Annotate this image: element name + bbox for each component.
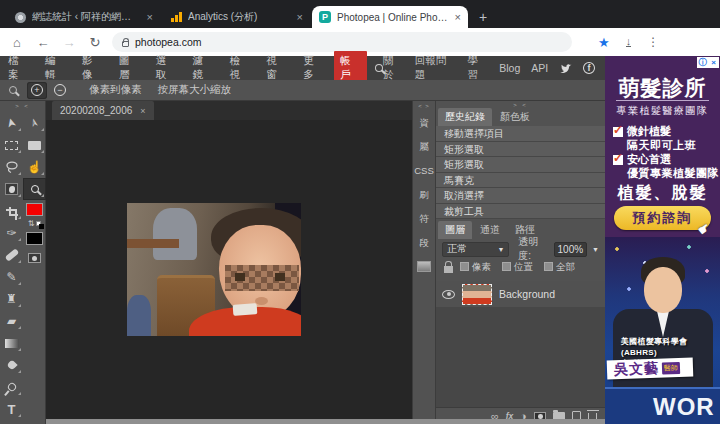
panel-tab-brush[interactable]: 刷 — [413, 183, 435, 207]
checkbox-icon[interactable] — [460, 262, 469, 271]
strip-expand-icon[interactable]: < > — [413, 101, 435, 111]
blur-tool[interactable] — [0, 354, 23, 376]
direct-select-tool[interactable]: ➢ — [23, 112, 46, 134]
search-icon[interactable] — [375, 64, 383, 72]
panel-tab-properties[interactable]: 屬 — [413, 135, 435, 159]
dodge-tool[interactable] — [0, 376, 23, 398]
zoom-out-button[interactable]: − — [50, 82, 70, 99]
tab-layers[interactable]: 圖層 — [438, 221, 472, 239]
spot-heal-tool[interactable] — [0, 244, 23, 266]
twitter-icon[interactable] — [559, 63, 572, 74]
menu-image[interactable]: 影像 — [74, 54, 111, 82]
swap-colors-icon[interactable]: ⇅ — [28, 219, 35, 228]
lasso-tool[interactable] — [0, 156, 23, 178]
pen-tool[interactable]: ✒ — [0, 420, 23, 424]
menu-select[interactable]: 選取 — [148, 54, 185, 82]
layer-row-background[interactable]: Background — [436, 281, 605, 307]
hand-tool[interactable]: ☝ — [23, 156, 46, 178]
close-icon[interactable]: × — [297, 11, 303, 23]
background-color-swatch[interactable] — [23, 229, 46, 247]
menu-file[interactable]: 檔案 — [0, 54, 37, 82]
toolbar-collapse-icon[interactable]: > < — [0, 101, 45, 111]
menu-about[interactable]: 關於 — [383, 54, 404, 82]
menu-edit[interactable]: 編輯 — [37, 54, 74, 82]
move-tool[interactable]: ➤ — [0, 112, 23, 134]
menu-view[interactable]: 檢視 — [221, 54, 258, 82]
browser-menu-icon[interactable]: ⋮ — [647, 35, 659, 49]
clone-stamp-tool[interactable]: ♜ — [0, 288, 23, 310]
menu-learn[interactable]: 學習 — [467, 54, 488, 82]
gradient-tool[interactable] — [0, 332, 23, 354]
eraser-tool[interactable]: ▰ — [0, 310, 23, 332]
panel-tab-paragraph[interactable]: 段 — [413, 231, 435, 255]
bookmark-star-icon[interactable]: ★ — [598, 35, 610, 50]
ad-close-icon[interactable]: × — [708, 57, 719, 68]
close-icon[interactable]: × — [147, 11, 153, 23]
fit-screen-button[interactable]: 按屏幕大小縮放 — [158, 83, 232, 97]
download-icon[interactable]: ↓ — [626, 37, 632, 47]
ad-info-icon[interactable]: ⓘ — [697, 57, 708, 68]
ad-cta-button[interactable]: 預約諮詢 ☛ — [614, 206, 711, 230]
tab-history[interactable]: 歷史紀錄 — [438, 108, 492, 126]
quick-mask-toggle[interactable] — [23, 247, 46, 269]
lock-position-checkbox[interactable]: 位置 — [502, 261, 533, 274]
crop-tool[interactable] — [0, 200, 23, 222]
history-step[interactable]: 矩形選取 — [436, 142, 605, 158]
panel-tab-css[interactable]: CSS — [413, 159, 435, 183]
menu-layer[interactable]: 圖層 — [111, 54, 148, 82]
open-image[interactable] — [127, 203, 301, 336]
type-tool[interactable]: T — [0, 398, 23, 420]
menu-blog[interactable]: Blog — [499, 62, 520, 74]
lock-all-checkbox[interactable]: 全部 — [544, 261, 575, 274]
zoom-in-button[interactable]: + — [27, 82, 47, 99]
facebook-icon[interactable]: f — [583, 62, 595, 74]
history-step[interactable]: 矩形選取 — [436, 157, 605, 173]
rect-shape-tool[interactable] — [23, 134, 46, 156]
rect-select-tool[interactable] — [0, 134, 23, 156]
layer-thumbnail[interactable] — [462, 284, 492, 305]
canvas-area[interactable]: 20200208_2006 × — [46, 101, 412, 424]
menu-api[interactable]: API — [531, 62, 548, 74]
default-colors-icon[interactable] — [36, 221, 41, 226]
brush-tool[interactable]: ✎ — [0, 266, 23, 288]
close-icon[interactable]: × — [455, 11, 461, 23]
forward-icon[interactable]: → — [56, 35, 82, 50]
reload-icon[interactable]: ↻ — [82, 35, 108, 50]
panel-tab-character[interactable]: 符 — [413, 207, 435, 231]
menu-filter[interactable]: 濾鏡 — [185, 54, 222, 82]
browser-tab-photopea[interactable]: P Photopea | Online Photo Edi × — [312, 6, 468, 28]
tab-channels[interactable]: 通道 — [473, 221, 507, 239]
menu-window[interactable]: 視窗 — [258, 54, 295, 82]
histogram-panel-icon[interactable] — [417, 261, 431, 272]
checkbox-icon[interactable] — [502, 262, 511, 271]
browser-tab-blog-stats[interactable]: 網誌統計 ‹ 阿祥的網路筆記本 - × — [8, 6, 160, 28]
foreground-color-swatch[interactable] — [23, 200, 46, 218]
opacity-value[interactable]: 100% — [554, 242, 587, 257]
select-brush-tool[interactable] — [0, 178, 23, 200]
new-tab-button[interactable]: + — [472, 6, 494, 28]
url-bar[interactable]: photopea.com — [112, 32, 572, 52]
swap-colors-control[interactable]: ⇅ — [23, 218, 46, 229]
blend-mode-select[interactable]: 正常 ▼ — [442, 242, 509, 257]
zoom-tool[interactable] — [23, 178, 46, 200]
menu-report[interactable]: 回報問題 — [415, 54, 457, 82]
eyedropper-tool[interactable]: ✑ — [0, 222, 23, 244]
menu-more[interactable]: 更多 — [295, 54, 332, 82]
pixel-to-pixel-button[interactable]: 像素到像素 — [89, 83, 142, 97]
checkbox-icon[interactable] — [544, 262, 553, 271]
home-icon[interactable]: ⌂ — [4, 35, 30, 50]
close-icon[interactable]: × — [140, 106, 145, 116]
lock-pixels-checkbox[interactable]: 像素 — [460, 261, 491, 274]
tab-swatches[interactable]: 顏色板 — [493, 108, 537, 126]
panel-tab-info[interactable]: 資 — [413, 111, 435, 135]
visibility-eye-icon[interactable] — [442, 290, 455, 299]
history-step[interactable]: 馬賽克 — [436, 173, 605, 189]
history-step[interactable]: 取消選擇 — [436, 188, 605, 204]
history-step[interactable]: 裁剪工具 — [436, 204, 605, 220]
document-tab[interactable]: 20200208_2006 × — [52, 101, 154, 120]
back-icon[interactable]: ← — [30, 35, 56, 50]
browser-tab-analytics[interactable]: Analytics (分析) × — [164, 6, 310, 28]
horizontal-scrollbar[interactable] — [46, 419, 605, 424]
ad-banner[interactable]: ⓘ × 萌髮診所 專業植髮醫療團隊 微針植髮 隔天即可上班 安心首選 優質專業植… — [605, 56, 720, 424]
history-step[interactable]: 移動選擇項目 — [436, 126, 605, 142]
